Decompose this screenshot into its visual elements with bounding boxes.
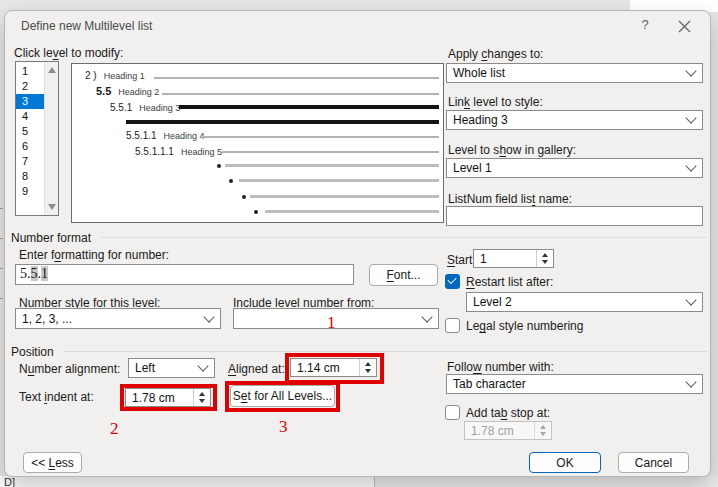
cancel-button[interactable]: Cancel bbox=[618, 452, 689, 473]
follow-number-select[interactable]: Tab character bbox=[446, 374, 703, 394]
add-tab-stop-spinner: 1.78 cm bbox=[464, 421, 552, 440]
spinner-down-icon[interactable] bbox=[542, 260, 548, 264]
spinner-up-icon[interactable] bbox=[199, 392, 205, 396]
level-item-2[interactable]: 2 bbox=[16, 79, 45, 94]
preview-line-gray bbox=[265, 210, 439, 213]
dialog-title: Define new Multilevel list bbox=[21, 19, 152, 33]
preview-row-heading5: 5.5.1.1.1Heading 5 bbox=[135, 146, 222, 157]
chevron-down-icon bbox=[685, 294, 696, 305]
legal-style-checkbox[interactable] bbox=[445, 318, 460, 333]
level-item-1[interactable]: 1 bbox=[16, 64, 45, 79]
preview-row-heading3: 5.5.1Heading 3 bbox=[110, 102, 180, 113]
ok-button[interactable]: OK bbox=[529, 452, 601, 473]
help-icon[interactable]: ? bbox=[635, 17, 655, 35]
chevron-down-icon bbox=[685, 65, 696, 76]
listnum-label: ListNum field list name: bbox=[448, 192, 572, 206]
group-divider bbox=[63, 351, 707, 352]
annotation-number-2: 2 bbox=[110, 419, 119, 439]
text-indent-label: Text indent at: bbox=[19, 390, 94, 404]
number-format-group-label: Number format bbox=[11, 231, 91, 245]
level-item-5[interactable]: 5 bbox=[16, 124, 45, 139]
listnum-input[interactable] bbox=[446, 206, 703, 226]
level-item-3-selected[interactable]: 3 bbox=[16, 94, 45, 109]
include-level-select[interactable] bbox=[233, 308, 439, 329]
click-level-label: Click level to modify: bbox=[14, 46, 123, 60]
number-style-select[interactable]: 1, 2, 3, ... bbox=[15, 308, 221, 329]
text-indent-spinner[interactable]: 1.78 cm bbox=[125, 388, 211, 407]
level-item-8[interactable]: 8 bbox=[16, 169, 45, 184]
set-all-levels-button[interactable]: Set for All Levels... bbox=[230, 385, 335, 407]
scroll-up-icon[interactable] bbox=[48, 67, 56, 73]
aligned-at-spinner[interactable]: 1.14 cm bbox=[290, 358, 377, 377]
scroll-down-icon[interactable] bbox=[48, 204, 56, 210]
spinner-up-icon bbox=[540, 425, 546, 429]
preview-line-gray bbox=[162, 93, 439, 95]
preview-line-gray bbox=[250, 195, 439, 198]
preview-line-gray bbox=[202, 136, 439, 138]
ruler-tick bbox=[0, 208, 3, 209]
preview-line-gray bbox=[239, 179, 439, 182]
dialog-titlebar[interactable]: Define new Multilevel list ? bbox=[5, 11, 710, 41]
legal-style-label[interactable]: Legal style numbering bbox=[466, 319, 583, 333]
preview-row-heading2: 5.5Heading 2 bbox=[96, 85, 159, 97]
preview-line-gray bbox=[222, 151, 439, 153]
group-divider bbox=[101, 237, 707, 238]
close-icon[interactable] bbox=[677, 19, 692, 34]
apply-changes-label: Apply changes to: bbox=[448, 47, 543, 61]
spinner-up-icon[interactable] bbox=[542, 253, 548, 257]
gallery-level-select[interactable]: Level 1 bbox=[446, 158, 703, 178]
bullet-dot bbox=[242, 195, 246, 199]
link-level-label: Link level to style: bbox=[448, 95, 543, 109]
preview-line-gray bbox=[154, 77, 439, 79]
bullet-dot bbox=[229, 179, 233, 183]
less-button[interactable]: << Less bbox=[23, 452, 82, 473]
number-alignment-label: Number alignment: bbox=[19, 362, 120, 376]
spinner-down-icon[interactable] bbox=[199, 399, 205, 403]
preview-line-black bbox=[126, 120, 439, 124]
chevron-down-icon bbox=[685, 376, 696, 387]
annotation-number-1: 1 bbox=[327, 313, 336, 333]
document-text-fragment: D] bbox=[4, 476, 15, 487]
bullet-dot bbox=[217, 164, 221, 168]
position-group-label: Position bbox=[11, 345, 54, 359]
spinner-up-icon[interactable] bbox=[365, 362, 371, 366]
ruler-tick bbox=[0, 298, 3, 299]
ruler-tick bbox=[0, 238, 3, 239]
formatting-input[interactable]: 5.5.1 bbox=[15, 264, 354, 285]
follow-number-label: Follow number with: bbox=[447, 360, 554, 374]
level-item-7[interactable]: 7 bbox=[16, 154, 45, 169]
level-item-4[interactable]: 4 bbox=[16, 109, 45, 124]
add-tab-stop-label[interactable]: Add tab stop at: bbox=[466, 406, 550, 420]
define-multilevel-list-dialog: Define new Multilevel list ? Click level… bbox=[4, 10, 711, 477]
document-pane bbox=[374, 476, 718, 487]
list-preview: 2 )Heading 1 5.5Heading 2 5.5.1Heading 3… bbox=[71, 63, 444, 223]
restart-list-label[interactable]: Restart list after: bbox=[466, 275, 553, 289]
chevron-down-icon bbox=[685, 112, 696, 123]
start-at-spinner[interactable]: 1 bbox=[473, 249, 554, 268]
number-alignment-select[interactable]: Left bbox=[128, 358, 215, 378]
apply-changes-select[interactable]: Whole list bbox=[446, 63, 703, 83]
add-tab-stop-checkbox[interactable] bbox=[445, 405, 460, 420]
chevron-down-icon bbox=[203, 311, 214, 322]
listbox-scrollbar[interactable] bbox=[44, 62, 58, 215]
app-background-bottom: D] bbox=[0, 476, 718, 487]
chevron-down-icon bbox=[421, 311, 432, 322]
enter-formatting-label: Enter formatting for number: bbox=[19, 248, 169, 262]
level-listbox[interactable]: 1 2 3 4 5 6 7 8 9 bbox=[15, 61, 59, 216]
aligned-at-label: Aligned at: bbox=[228, 362, 285, 376]
preview-line-gray bbox=[225, 164, 439, 167]
bullet-dot bbox=[254, 210, 258, 214]
level-item-6[interactable]: 6 bbox=[16, 139, 45, 154]
restart-list-checkbox[interactable] bbox=[445, 274, 460, 289]
font-button[interactable]: Font... bbox=[369, 264, 438, 286]
ruler-tick bbox=[0, 268, 3, 269]
spinner-down-icon bbox=[540, 432, 546, 436]
level-item-9[interactable]: 9 bbox=[16, 184, 45, 199]
spinner-down-icon[interactable] bbox=[365, 369, 371, 373]
annotation-number-3: 3 bbox=[279, 417, 288, 437]
link-level-select[interactable]: Heading 3 bbox=[446, 110, 703, 130]
chevron-down-icon bbox=[685, 160, 696, 171]
preview-row-heading1: 2 )Heading 1 bbox=[85, 70, 145, 81]
preview-line-black bbox=[179, 105, 439, 109]
restart-after-select[interactable]: Level 2 bbox=[466, 292, 703, 312]
